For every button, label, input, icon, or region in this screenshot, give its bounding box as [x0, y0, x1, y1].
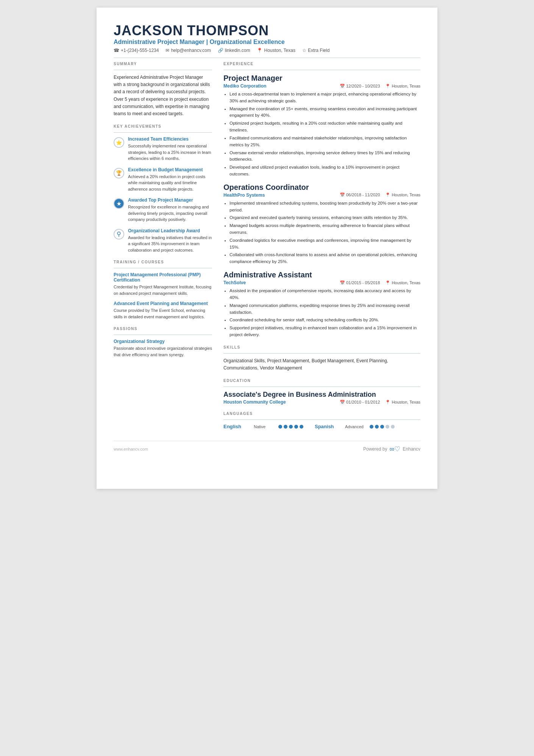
- header-divider: [114, 58, 420, 58]
- training-text-2: Course provided by The Event School, enh…: [114, 307, 212, 320]
- email-icon: ✉: [166, 48, 169, 53]
- training-text-1: Credential by Project Management Institu…: [114, 284, 212, 296]
- lang-level-1: Native: [254, 424, 275, 429]
- lang-name-1: English: [223, 424, 250, 429]
- calendar-icon: 📅 12/2020 - 10/2023: [340, 84, 380, 89]
- location-icon-edu: 📍 Houston, Texas: [385, 400, 420, 405]
- job-company-1: Mediko Corporation: [223, 83, 266, 89]
- education-label: EDUCATION: [223, 379, 420, 383]
- dot: [289, 425, 293, 429]
- page-footer: www.enhancv.com Powered by ∞♡ Enhancv: [114, 441, 420, 453]
- job-meta-row-1: Mediko Corporation 📅 12/2020 - 10/2023 📍…: [223, 83, 420, 89]
- job-meta-row-3: TechSolve 📅 01/2015 - 05/2018 📍 Houston,…: [223, 280, 420, 285]
- job-meta-row-2: HealthPro Systems 📅 06/2018 - 11/2020 📍 …: [223, 193, 420, 198]
- lang-dots-english: [278, 425, 303, 429]
- achievement-content: Increased Team Efficiencies Successfully…: [128, 136, 212, 162]
- location-icon: 📍: [257, 48, 262, 53]
- skills-text: Organizational Skills, Project Managemen…: [223, 357, 420, 372]
- bullet: Developed and utilized project evaluatio…: [230, 164, 420, 178]
- achievement-text: Successfully implemented new operational…: [128, 143, 212, 162]
- location-icon-1: 📍 Houston, Texas: [385, 84, 420, 89]
- job-dates-loc-1: 📅 12/2020 - 10/2023 📍 Houston, Texas: [340, 84, 420, 89]
- job-bullets-2: Implemented streamlined scheduling syste…: [223, 200, 420, 265]
- calendar-icon-2: 📅 06/2018 - 11/2020: [340, 193, 380, 197]
- languages-label: LANGUAGES: [223, 412, 420, 416]
- summary-label: SUMMARY: [114, 62, 212, 66]
- phone-icon: ☎: [114, 48, 119, 53]
- main-columns: SUMMARY Experienced Administrative Proje…: [114, 62, 420, 429]
- achievement-content: Awarded Top Project Manager Recognized f…: [128, 197, 212, 223]
- bullet: Optimized project budgets, resulting in …: [230, 120, 420, 134]
- training-title-1: Project Management Professional (PMP) Ce…: [114, 272, 212, 283]
- achievement-title: Awarded Top Project Manager: [128, 197, 212, 203]
- achievement-item: ★ Awarded Top Project Manager Recognized…: [114, 197, 212, 223]
- skills-divider: [223, 353, 420, 354]
- job-bullets-1: Led a cross-departmental team to impleme…: [223, 91, 420, 178]
- bullet: Coordinated logistics for executive meet…: [230, 237, 420, 251]
- calendar-icon-edu: 📅 01/2010 - 01/2012: [340, 400, 380, 405]
- dot: [284, 425, 287, 429]
- bullet: Implemented streamlined scheduling syste…: [230, 200, 420, 214]
- edu-meta-row-1: Houston Community College 📅 01/2010 - 01…: [223, 399, 420, 405]
- passion-title-1: Organizational Strategy: [114, 339, 212, 344]
- job-dates-loc-3: 📅 01/2015 - 05/2018 📍 Houston, Texas: [340, 280, 420, 285]
- bullet: Assisted in the preparation of comprehen…: [230, 288, 420, 301]
- achievements-divider: [114, 132, 212, 133]
- training-title-2: Advanced Event Planning and Management: [114, 301, 212, 306]
- left-column: SUMMARY Experienced Administrative Proje…: [114, 62, 212, 429]
- bullet: Managed budgets across multiple departme…: [230, 222, 420, 236]
- experience-divider: [223, 70, 420, 70]
- bullet: Facilitated communications and maintaine…: [230, 135, 420, 149]
- achievement-item: ⚲ Organizational Leadership Award Awarde…: [114, 228, 212, 254]
- achievement-text: Achieved a 20% reduction in project cost…: [128, 174, 212, 193]
- right-column: EXPERIENCE Project Manager Mediko Corpor…: [223, 62, 420, 429]
- achievement-item: 🏆 Excellence in Budget Management Achiev…: [114, 167, 212, 193]
- dot: [370, 425, 373, 429]
- linkedin-icon: 🔗: [218, 48, 223, 53]
- job-title-3: Administrative Assistant: [223, 271, 420, 279]
- achievement-icon-star: ⭐: [114, 137, 124, 148]
- dot-empty: [391, 425, 395, 429]
- job-title-2: Operations Coordinator: [223, 183, 420, 192]
- job-title-1: Project Manager: [223, 74, 420, 83]
- resume-header: JACKSON THOMPSON Administrative Project …: [114, 23, 420, 53]
- resume-page: JACKSON THOMPSON Administrative Project …: [97, 8, 437, 489]
- edu-dates-loc-1: 📅 01/2010 - 01/2012 📍 Houston, Texas: [340, 400, 420, 405]
- bullet: Led a cross-departmental team to impleme…: [230, 91, 420, 105]
- passions-label: PASSIONS: [114, 327, 212, 331]
- linkedin-contact: 🔗 linkedin.com: [218, 48, 250, 53]
- location-icon-2: 📍 Houston, Texas: [385, 193, 420, 197]
- footer-website: www.enhancv.com: [114, 447, 148, 451]
- email-contact: ✉ help@enhancv.com: [166, 48, 211, 53]
- lang-dots-spanish: [370, 425, 395, 429]
- location-contact: 📍 Houston, Texas: [257, 48, 295, 53]
- dot: [300, 425, 303, 429]
- summary-divider: [114, 70, 212, 70]
- achievement-icon-trophy: 🏆: [114, 168, 124, 178]
- summary-text: Experienced Administrative Project Manag…: [114, 74, 212, 117]
- lang-level-2: Advanced: [345, 424, 366, 429]
- job-dates-loc-2: 📅 06/2018 - 11/2020 📍 Houston, Texas: [340, 193, 420, 197]
- extra-icon: ☆: [302, 48, 306, 53]
- skills-label: SKILLS: [223, 345, 420, 349]
- bullet: Collaborated with cross-functional teams…: [230, 252, 420, 265]
- bullet: Coordinated scheduling for senior staff,…: [230, 317, 420, 324]
- achievement-content: Excellence in Budget Management Achieved…: [128, 167, 212, 193]
- achievement-content: Organizational Leadership Award Awarded …: [128, 228, 212, 254]
- edu-school-1: Houston Community College: [223, 399, 286, 405]
- experience-label: EXPERIENCE: [223, 62, 420, 66]
- achievement-icon-pin: ⚲: [114, 229, 124, 239]
- dot: [278, 425, 282, 429]
- edu-degree-1: Associate's Degree in Business Administr…: [223, 391, 420, 399]
- training-label: TRAINING / COURSES: [114, 260, 212, 264]
- achievement-text: Recognized for excellence in managing an…: [128, 204, 212, 223]
- calendar-icon-3: 📅 01/2015 - 05/2018: [340, 280, 380, 285]
- passions-divider: [114, 335, 212, 335]
- bullet: Managed communication platforms, expedit…: [230, 302, 420, 316]
- lang-name-2: Spanish: [315, 424, 341, 429]
- achievements-label: KEY ACHIEVEMENTS: [114, 124, 212, 128]
- candidate-name: JACKSON THOMPSON: [114, 23, 420, 39]
- passion-text-1: Passionate about innovative organization…: [114, 345, 212, 358]
- dot-empty: [386, 425, 389, 429]
- bullet: Supported project initiatives, resulting…: [230, 325, 420, 338]
